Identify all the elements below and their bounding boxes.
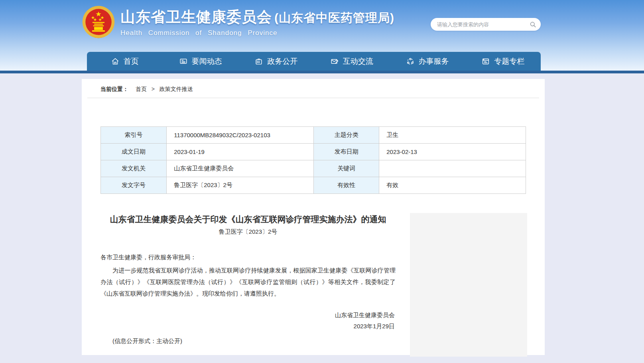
meta-value-cell: 鲁卫医字〔2023〕2号: [167, 177, 314, 194]
table-row: 索引号 11370000MB2849032C/2023-02103 主题分类 卫…: [101, 127, 526, 144]
meta-label-cell: 发文机关: [101, 160, 167, 177]
article-title: 山东省卫生健康委员会关于印发《山东省互联网诊疗管理实施办法》的通知: [106, 213, 390, 225]
meta-value-cell: 2023-02-13: [379, 144, 526, 160]
sidebar-placeholder: [410, 213, 527, 357]
nav-item-home[interactable]: 首页: [87, 52, 163, 71]
breadcrumb: 当前位置： 首页 > 政策文件推送: [82, 79, 545, 93]
article-salutation: 各市卫生健康委，行政服务审批局：: [100, 253, 396, 262]
special-column-icon: [481, 57, 490, 66]
nav-underline-strip: [0, 71, 644, 73]
breadcrumb-current-link[interactable]: 政策文件推送: [160, 86, 193, 92]
brand: 山东省卫生健康委员会(山东省中医药管理局) Health Commission …: [82, 5, 394, 39]
article: 山东省卫生健康委员会关于印发《山东省互联网诊疗管理实施办法》的通知 鲁卫医字〔2…: [100, 213, 396, 357]
breadcrumb-label: 当前位置：: [100, 86, 128, 92]
interaction-icon: [330, 57, 339, 66]
main-nav: 首页 要闻动态 政务公开 互动交流: [87, 52, 541, 71]
services-icon: [406, 57, 415, 66]
meta-label-cell: 发文字号: [101, 177, 167, 194]
nav-item-special-column[interactable]: 专题专栏: [465, 52, 541, 71]
site-title: 山东省卫生健康委员会(山东省中医药管理局): [120, 9, 394, 26]
search-icon[interactable]: [529, 21, 537, 28]
site-title-paren: (山东省中医药管理局): [274, 11, 394, 24]
signature-block: 山东省卫生健康委员会 2023年1月29日: [100, 310, 396, 332]
site-header: 山东省卫生健康委员会(山东省中医药管理局) Health Commission …: [0, 0, 644, 71]
nav-item-gov-open[interactable]: 政务公开: [238, 52, 314, 71]
nav-item-interaction[interactable]: 互动交流: [314, 52, 390, 71]
table-row: 发文机关 山东省卫生健康委员会 关键词: [101, 160, 526, 177]
content-panel: 当前位置： 首页 > 政策文件推送 索引号 11370000MB2849032C…: [82, 79, 545, 355]
meta-label-cell: 索引号: [101, 127, 167, 144]
nav-item-services[interactable]: 办事服务: [390, 52, 465, 71]
nav-item-label: 要闻动态: [192, 56, 222, 67]
article-row: 山东省卫生健康委员会关于印发《山东省互联网诊疗管理实施办法》的通知 鲁卫医字〔2…: [82, 194, 545, 357]
article-doc-number: 鲁卫医字〔2023〕2号: [100, 228, 396, 236]
breadcrumb-divider: [87, 98, 539, 98]
article-paragraph: 为进一步规范我省互联网诊疗活动，推动互联网诊疗持续健康发展，根据国家卫生健康委《…: [100, 264, 396, 299]
meta-label-cell: 关键词: [314, 160, 379, 177]
table-row: 成文日期 2023-01-19 发布日期 2023-02-13: [101, 144, 526, 160]
site-subtitle: Health Commission of Shandong Province: [120, 29, 394, 37]
breadcrumb-home-link[interactable]: 首页: [136, 86, 147, 92]
nav-item-label: 专题专栏: [494, 56, 524, 67]
national-emblem-logo: [82, 5, 115, 39]
meta-table: 索引号 11370000MB2849032C/2023-02103 主题分类 卫…: [100, 126, 526, 194]
search-input[interactable]: [436, 21, 529, 28]
meta-value-cell: 2023-01-19: [167, 144, 314, 160]
meta-value-cell: 有效: [379, 177, 526, 194]
disclosure-note: (信息公开形式：主动公开): [100, 337, 396, 345]
meta-label-cell: 主题分类: [314, 127, 379, 144]
nav-item-label: 办事服务: [419, 56, 449, 67]
home-icon: [111, 57, 120, 66]
meta-value-cell: 11370000MB2849032C/2023-02103: [167, 127, 314, 144]
nav-item-news[interactable]: 要闻动态: [163, 52, 238, 71]
meta-label-cell: 发布日期: [314, 144, 379, 160]
nav-item-label: 首页: [124, 56, 139, 67]
nav-item-label: 政务公开: [267, 56, 297, 67]
news-icon: [179, 57, 188, 66]
gov-open-icon: [254, 57, 263, 66]
meta-value-cell: [379, 160, 526, 177]
meta-label-cell: 成文日期: [101, 144, 167, 160]
meta-label-cell: 有效性: [314, 177, 379, 194]
table-row: 发文字号 鲁卫医字〔2023〕2号 有效性 有效: [101, 177, 526, 194]
meta-value-cell: 山东省卫生健康委员会: [167, 160, 314, 177]
nav-item-label: 互动交流: [343, 56, 373, 67]
signature-date: 2023年1月29日: [100, 321, 395, 332]
signature-org: 山东省卫生健康委员会: [100, 310, 395, 321]
meta-value-cell: 卫生: [379, 127, 526, 144]
breadcrumb-separator: >: [152, 86, 155, 92]
search-box[interactable]: [431, 18, 541, 31]
